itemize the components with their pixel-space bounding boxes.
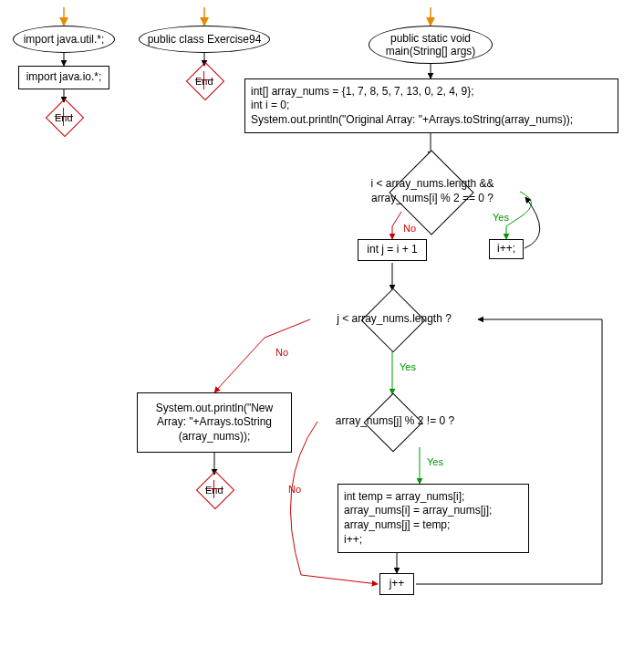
main-decl-ellipse: public static void main(String[] args)	[369, 26, 493, 64]
cond1-no-label: No	[403, 223, 416, 234]
init-block-rect: int[] array_nums = {1, 7, 8, 5, 7, 13, 0…	[244, 78, 618, 133]
cond3-no-label: No	[288, 484, 301, 495]
cond3-yes-label: Yes	[427, 456, 443, 467]
cond2-no-label: No	[275, 347, 288, 358]
cond1-diamond-shape	[389, 150, 473, 235]
inc-i-rect: i++;	[489, 239, 524, 259]
end-label-3: End	[205, 485, 223, 496]
class-decl-ellipse: public class Exercise94	[139, 26, 270, 53]
cond2-diamond-shape	[361, 288, 426, 353]
inc-j-rect: j++	[379, 573, 414, 595]
swap-block-rect: int temp = array_nums[i]; array_nums[i] …	[338, 484, 529, 553]
end-label-2: End	[195, 76, 213, 87]
cond3-diamond-shape	[363, 392, 422, 452]
cond2-yes-label: Yes	[400, 361, 416, 372]
end-label-1: End	[55, 112, 73, 123]
j-init-rect: int j = i + 1	[358, 239, 427, 261]
print-new-rect: System.out.println("New Array: "+Arrays.…	[137, 392, 292, 453]
import-io-rect: import java.io.*;	[18, 66, 109, 89]
import-util-ellipse: import java.util.*;	[13, 26, 115, 53]
cond1-yes-label: Yes	[493, 212, 509, 223]
